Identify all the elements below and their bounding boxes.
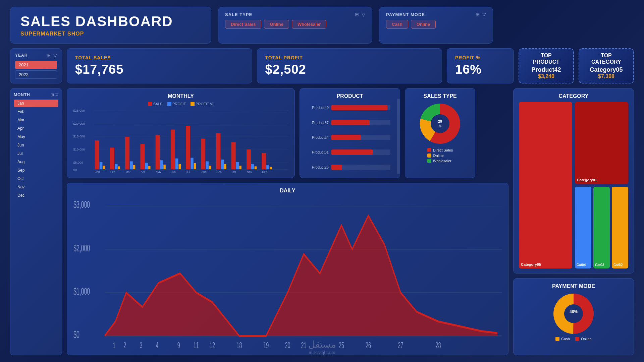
month-btn-feb[interactable]: Feb — [14, 108, 58, 115]
svg-rect-21 — [140, 144, 145, 169]
month-btn-oct[interactable]: Oct — [14, 175, 58, 182]
svg-rect-46 — [266, 165, 269, 169]
svg-text:2: 2 — [123, 341, 126, 350]
sale-type-btn-wholesaler[interactable]: Wholesaler — [292, 20, 326, 29]
svg-text:29: 29 — [438, 119, 442, 123]
svg-rect-14 — [103, 166, 105, 169]
svg-text:$15,000: $15,000 — [73, 134, 85, 138]
product-row-5: Product25 — [305, 165, 390, 170]
svg-rect-45 — [262, 153, 266, 169]
total-profit-card: TOTAL PROFIT $2,502 — [257, 48, 442, 83]
svg-text:Nov: Nov — [247, 170, 252, 173]
total-sales-card: TOTAL SALES $17,765 — [67, 48, 252, 83]
category-label-01: Category01 — [577, 178, 597, 182]
product-chart-panel: PRODUCT Product40 Product37 — [300, 88, 400, 178]
svg-rect-42 — [247, 149, 251, 169]
svg-rect-19 — [130, 161, 133, 169]
filter-icon-1[interactable]: ⊞ — [355, 12, 359, 17]
profit-pct-card: PROFIT % 16% — [447, 48, 514, 83]
legend-label-direct: Direct Sales — [433, 148, 453, 152]
month-btn-jan[interactable]: Jan — [14, 100, 58, 107]
svg-rect-27 — [171, 130, 175, 169]
year-filter-icon-2[interactable]: ▽ — [53, 53, 57, 58]
sale-type-btn-direct[interactable]: Direct Sales — [225, 20, 261, 29]
month-filter-icon-1[interactable]: ⊞ — [51, 93, 54, 97]
month-btn-apr[interactable]: Apr — [14, 125, 58, 132]
year-label: YEAR — [15, 53, 28, 58]
svg-rect-15 — [110, 147, 114, 169]
year-btn-2021[interactable]: 2021 — [15, 61, 57, 69]
month-filter-icon-2[interactable]: ▽ — [55, 93, 58, 97]
scrollbar[interactable] — [397, 99, 400, 174]
product-row-2: Product37 — [305, 120, 390, 125]
svg-rect-33 — [201, 139, 205, 170]
payment-mode-filter-header: PAYMENT MODE ⊞ ▽ — [386, 12, 486, 17]
legend-dot-cash — [555, 337, 559, 341]
daily-chart-svg: $3,000 $2,000 $1,000 $0 — [72, 196, 503, 350]
category-chart-panel: CATEGORY Category05 Category01 Cat04 — [513, 88, 634, 274]
month-btn-dec[interactable]: Dec — [14, 192, 58, 199]
svg-rect-40 — [236, 162, 239, 169]
filter-icon-3[interactable]: ⊞ — [476, 12, 480, 17]
month-btn-mar[interactable]: Mar — [14, 116, 58, 124]
month-btn-nov[interactable]: Nov — [14, 183, 58, 191]
svg-text:%: % — [439, 124, 441, 128]
svg-rect-23 — [148, 166, 150, 169]
svg-rect-37 — [221, 160, 224, 169]
total-profit-value: $2,502 — [265, 62, 434, 77]
monthly-bar-chart-area: $25,000 $20,000 $15,000 $10,000 $5,000 $… — [72, 108, 289, 173]
year-btn-2022[interactable]: 2022 — [15, 70, 57, 79]
svg-rect-36 — [216, 133, 221, 169]
checkbox-profit-pct: PROFIT % — [191, 102, 213, 106]
svg-text:Sep: Sep — [217, 170, 222, 173]
total-sales-value: $17,765 — [75, 62, 244, 77]
svg-text:28: 28 — [436, 341, 441, 350]
legend-dot-online-payment — [575, 337, 579, 341]
sales-type-pie-legend: Direct Sales Online Wholesaler — [427, 148, 453, 163]
sales-type-chart-panel: SALES TYPE 29 — [405, 88, 475, 178]
svg-text:$5,000: $5,000 — [73, 161, 83, 164]
svg-text:Mar: Mar — [125, 170, 130, 173]
month-btn-sep[interactable]: Sep — [14, 167, 58, 174]
year-filter: YEAR ⊞ ▽ 2021 2022 — [10, 48, 62, 83]
filter-icon-4[interactable]: ▽ — [482, 12, 486, 17]
top-product-label: TOPPRODUCT — [533, 52, 559, 65]
top-category-name: Category05 — [590, 66, 623, 73]
svg-text:$0: $0 — [73, 329, 79, 340]
dashboard: SALES DASHBOARD SUPERMARKET SHOP SALE TY… — [0, 0, 644, 362]
svg-text:$25,000: $25,000 — [73, 109, 85, 112]
product-bar-fill-4 — [331, 149, 373, 155]
category-label-04: Cat04 — [577, 263, 586, 267]
month-btn-aug[interactable]: Aug — [14, 158, 58, 166]
svg-rect-13 — [100, 162, 103, 169]
payment-mode-btn-cash[interactable]: Cash — [386, 20, 408, 29]
monthly-bar-chart-svg: $25,000 $20,000 $15,000 $10,000 $5,000 $… — [72, 108, 289, 173]
product-row-3: Product34 — [305, 135, 390, 140]
month-filter: MONTH ⊞ ▽ Jan Feb Mar Apr May Jun Jul Au… — [10, 88, 62, 355]
charts-main-row: MONTH ⊞ ▽ Jan Feb Mar Apr May Jun Jul Au… — [10, 88, 634, 355]
payment-mode-btn-online[interactable]: Online — [411, 20, 436, 29]
product-name-1: Product40 — [305, 106, 329, 110]
product-bar-bg-3 — [331, 135, 390, 140]
monthly-chart-panel: MONTHLY SALE PROFIT PROFIT % — [67, 88, 295, 178]
svg-text:18: 18 — [236, 341, 242, 350]
category-chart-title: CATEGORY — [519, 93, 628, 99]
month-btn-jun[interactable]: Jun — [14, 141, 58, 149]
sale-type-btn-online[interactable]: Online — [264, 20, 289, 29]
category-block-01: Category01 — [575, 102, 628, 184]
profit-pct-value: 16% — [455, 62, 505, 77]
dashboard-subtitle: SUPERMARKET SHOP — [20, 31, 201, 37]
month-btn-may[interactable]: May — [14, 133, 58, 140]
svg-text:20: 20 — [285, 341, 290, 350]
product-name-3: Product34 — [305, 135, 329, 139]
svg-rect-43 — [251, 164, 254, 169]
month-btn-jul[interactable]: Jul — [14, 150, 58, 157]
svg-rect-35 — [209, 166, 211, 169]
sales-type-pie-svg: 29 % — [418, 102, 462, 145]
year-filter-icon-1[interactable]: ⊞ — [47, 53, 51, 58]
payment-pie-svg: 48% — [552, 292, 595, 336]
filter-icon-2[interactable]: ▽ — [362, 12, 365, 17]
top-category-badge: TOPCATEGORY Category05 $7,308 — [579, 48, 634, 83]
svg-rect-34 — [206, 161, 209, 169]
svg-text:$2,000: $2,000 — [73, 242, 90, 253]
